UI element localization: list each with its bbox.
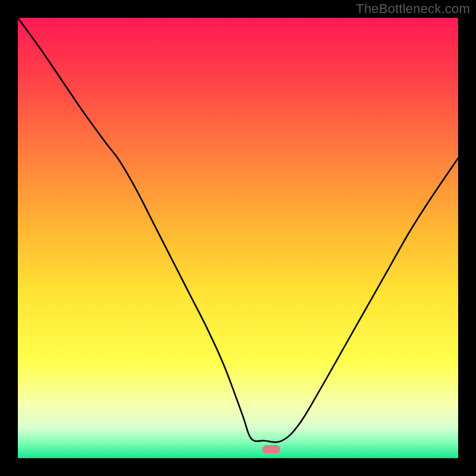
optimal-marker — [262, 445, 280, 453]
chart-frame: TheBottleneck.com — [0, 0, 476, 476]
bottleneck-chart — [18, 18, 458, 458]
watermark-text: TheBottleneck.com — [356, 1, 470, 17]
gradient-background — [18, 18, 458, 458]
plot-area — [18, 18, 458, 458]
